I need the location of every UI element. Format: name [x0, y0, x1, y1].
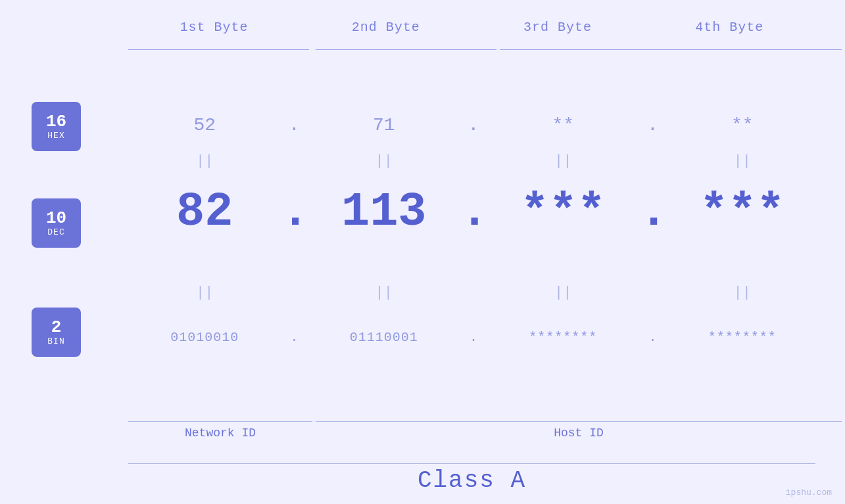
dec-val-3: ***: [520, 185, 606, 239]
badge-dec-label: DEC: [47, 227, 64, 237]
bin-dot-2: .: [460, 330, 487, 345]
main-container: 16 HEX 10 DEC 2 BIN 1st Byte 2nd Byte 3r…: [0, 0, 845, 504]
dec-values: 82 . 113 . *** . ***: [128, 185, 819, 239]
bracket-bottom-host: [316, 421, 842, 422]
dec-cell-2: 113: [308, 185, 461, 239]
host-id-label: Host ID: [316, 426, 842, 440]
bin-row: 01010010 . 01110001 . ******** . *******…: [128, 308, 819, 367]
dec-val-1: 82: [176, 185, 233, 239]
hex-cell-2: 71: [308, 115, 461, 135]
hex-dot-2: .: [460, 115, 487, 135]
bin-val-2: 01110001: [350, 330, 418, 345]
dec-cell-1: 82: [128, 185, 281, 239]
header-col3: 3rd Byte: [472, 20, 644, 35]
equals-row-1: || || || ||: [128, 150, 819, 173]
dec-val-2: 113: [341, 185, 427, 239]
bracket-top-col1: [128, 49, 309, 50]
badge-bin: 2 BIN: [32, 308, 81, 357]
column-headers: 1st Byte 2nd Byte 3rd Byte 4th Byte: [128, 20, 815, 35]
bin-values: 01010010 . 01110001 . ******** . *******…: [128, 330, 819, 345]
bin-val-1: 01010010: [170, 330, 239, 345]
dec-cell-3: ***: [487, 185, 640, 239]
hex-val-1: 52: [193, 115, 216, 135]
dec-cell-4: ***: [666, 185, 819, 239]
hex-cell-3: **: [487, 115, 640, 135]
header-col1: 1st Byte: [128, 20, 300, 35]
bin-dot-1: .: [281, 330, 308, 345]
hex-cell-1: 52: [128, 115, 281, 135]
hex-values: 52 . 71 . ** . **: [128, 115, 819, 135]
equals-values-2: || || || ||: [128, 285, 819, 301]
bin-cell-3: ********: [487, 330, 640, 345]
badge-hex-number: 16: [46, 112, 66, 131]
badge-bin-label: BIN: [47, 336, 64, 346]
bracket-top-col3: [500, 49, 681, 50]
bin-dot-3: .: [640, 330, 666, 345]
bracket-top-col4: [681, 49, 842, 50]
badge-hex-label: HEX: [47, 131, 64, 141]
dec-val-4: ***: [700, 185, 785, 239]
bracket-bottom-network: [128, 421, 312, 422]
hex-val-2: 71: [373, 115, 395, 135]
hex-dot-3: .: [640, 115, 666, 135]
badge-hex: 16 HEX: [32, 102, 81, 151]
bin-cell-1: 01010010: [128, 330, 281, 345]
equals-values-1: || || || ||: [128, 153, 819, 170]
dec-dot-1: .: [281, 185, 308, 239]
dec-dot-3: .: [640, 185, 666, 239]
dec-dot-2: .: [460, 185, 487, 239]
hex-val-4: **: [731, 115, 754, 135]
dec-row: 82 . 113 . *** . ***: [128, 174, 819, 250]
hex-dot-1: .: [281, 115, 308, 135]
header-col4: 4th Byte: [644, 20, 815, 35]
bin-val-4: ********: [708, 330, 777, 345]
bin-val-3: ********: [529, 330, 597, 345]
bin-cell-4: ********: [666, 330, 819, 345]
class-label: Class A: [128, 467, 815, 494]
hex-val-3: **: [552, 115, 574, 135]
watermark: ipshu.com: [786, 488, 832, 497]
class-bracket-line: [128, 463, 815, 464]
network-id-label: Network ID: [128, 426, 312, 440]
hex-row: 52 . 71 . ** . **: [128, 102, 819, 148]
hex-cell-4: **: [666, 115, 819, 135]
badge-dec-number: 10: [46, 209, 66, 228]
bin-cell-2: 01110001: [308, 330, 461, 345]
header-col2: 2nd Byte: [300, 20, 471, 35]
class-row: Class A: [128, 463, 815, 494]
badge-bin-number: 2: [51, 318, 62, 337]
equals-row-2: || || || ||: [128, 281, 819, 304]
bracket-top-col2: [316, 49, 496, 50]
badge-dec: 10 DEC: [32, 198, 81, 248]
